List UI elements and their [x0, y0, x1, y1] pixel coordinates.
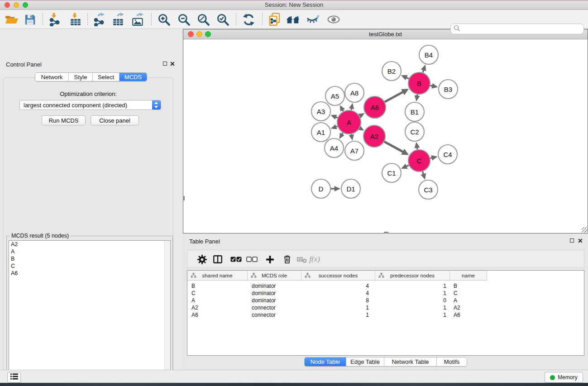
tab-node-table[interactable]: Node Table — [305, 357, 346, 366]
node-A2[interactable]: A2 — [363, 125, 385, 147]
node-A6[interactable]: A6 — [364, 96, 386, 118]
mcds-result-list[interactable]: A2ABCA6 — [9, 240, 171, 386]
dropdown-stepper-icon — [152, 100, 161, 110]
open-session-button[interactable] — [4, 12, 20, 27]
node-A7[interactable]: A7 — [345, 141, 364, 160]
table-row-B[interactable]: Bdominator41B — [187, 282, 487, 290]
home-button[interactable] — [285, 12, 301, 27]
tab-motifs[interactable]: Motifs — [437, 357, 467, 366]
mcds-result-item[interactable]: C — [9, 262, 170, 270]
mcds-result-item[interactable]: A — [9, 248, 170, 255]
selected-criterion: largest connected component (directed) — [20, 102, 152, 109]
checkbox-checked-pair-button[interactable] — [229, 253, 243, 266]
export-image-button[interactable] — [130, 12, 146, 27]
tab-edge-table[interactable]: Edge Table — [346, 357, 384, 366]
cell-MCDS-role: dominator — [248, 290, 301, 297]
gear-button[interactable] — [195, 253, 209, 266]
duplicate-network-button[interactable] — [267, 12, 283, 27]
tab-style[interactable]: Style — [69, 73, 93, 81]
resize-handle-left[interactable] — [183, 196, 185, 200]
table-row-A6[interactable]: A6connector11A6 — [187, 311, 487, 319]
add-column-button[interactable] — [263, 253, 277, 266]
node-B4[interactable]: B4 — [419, 45, 438, 64]
export-table-button[interactable] — [110, 12, 127, 27]
refresh-layout-button[interactable] — [240, 12, 257, 27]
close-table-panel-icon[interactable]: ✕ — [578, 238, 583, 243]
tab-select[interactable]: Select — [93, 73, 120, 81]
svg-text:D1: D1 — [346, 185, 355, 193]
node-A5[interactable]: A5 — [325, 86, 344, 105]
zoom-out-button[interactable] — [176, 12, 192, 27]
mcds-result-item[interactable]: A2 — [9, 241, 170, 248]
zoom-in-button[interactable] — [156, 12, 172, 27]
checkbox-unchecked-pair-button[interactable] — [245, 253, 258, 266]
edge-arrow-B-B3 — [431, 83, 438, 89]
node-C[interactable]: C — [408, 150, 430, 172]
cell-successor-nodes: 1 — [301, 311, 375, 319]
svg-text:B: B — [417, 80, 421, 87]
node-C2[interactable]: C2 — [405, 122, 424, 141]
cell-shared-name: C — [187, 290, 248, 297]
node-D1[interactable]: D1 — [341, 179, 360, 198]
fx-button: f(x) — [308, 253, 321, 266]
node-A[interactable]: A — [337, 110, 361, 134]
delete-trash-button[interactable] — [280, 253, 294, 266]
desktop-background — [0, 383, 588, 386]
column-header-successor-nodes[interactable]: successor nodes — [301, 271, 375, 280]
node-C3[interactable]: C3 — [419, 180, 438, 199]
close-panel-icon[interactable]: ✕ — [170, 61, 175, 67]
resize-grip[interactable] — [582, 227, 587, 233]
node-B3[interactable]: B3 — [439, 80, 458, 99]
mcds-result-item[interactable]: A6 — [9, 270, 170, 277]
save-session-button[interactable] — [22, 12, 38, 27]
split-columns-button[interactable] — [211, 253, 225, 266]
column-header-shared-name[interactable]: shared name — [187, 271, 248, 280]
column-header-MCDS-role[interactable]: MCDS role — [248, 271, 301, 280]
cell-successor-nodes: 8 — [301, 297, 375, 304]
search-box[interactable] — [450, 24, 584, 34]
float-table-panel-icon[interactable] — [570, 238, 574, 243]
optimization-criterion-select[interactable]: largest connected component (directed) — [19, 100, 161, 110]
cell-name: B — [450, 282, 487, 290]
close-panel-button[interactable]: Close panel — [91, 115, 139, 125]
node-B1[interactable]: B1 — [405, 102, 424, 121]
node-B2[interactable]: B2 — [382, 62, 401, 81]
show-eye-button[interactable] — [325, 12, 342, 27]
run-mcds-button[interactable]: Run MCDS — [42, 115, 86, 125]
mcds-result-item[interactable]: B — [9, 255, 170, 262]
import-network-button[interactable] — [47, 12, 63, 27]
node-C4[interactable]: C4 — [438, 145, 457, 164]
table-row-C[interactable]: Cdominator41C — [187, 290, 487, 297]
memory-button[interactable]: Memory — [545, 372, 583, 383]
column-header-name[interactable]: name — [450, 271, 487, 280]
search-input[interactable] — [460, 25, 583, 33]
tab-network-table[interactable]: Network Table — [384, 357, 437, 366]
import-table-button[interactable] — [67, 12, 84, 27]
export-network-button[interactable] — [91, 12, 107, 27]
hide-panels-button[interactable] — [305, 12, 321, 27]
table-row-A2[interactable]: A2connector11A2 — [187, 304, 487, 311]
node-A8[interactable]: A8 — [345, 83, 364, 102]
node-A1[interactable]: A1 — [311, 123, 330, 142]
network-canvas[interactable]: B4 B2 B B3 A5 A8 A6 B1 A3 A A1 A2 C2 A4 … — [183, 39, 588, 233]
node-A4[interactable]: A4 — [325, 138, 344, 157]
fx-label: f(x) — [309, 255, 320, 264]
column-header-predecessor-nodes[interactable]: predecessor nodes — [375, 271, 450, 280]
svg-text:C1: C1 — [387, 169, 396, 177]
task-history-button[interactable] — [7, 372, 21, 383]
tab-network[interactable]: Network — [35, 73, 69, 81]
float-panel-icon[interactable] — [163, 62, 167, 66]
zoom-fit-button[interactable] — [195, 12, 211, 27]
node-B[interactable]: B — [408, 72, 430, 94]
svg-text:C3: C3 — [424, 186, 432, 194]
table-row-A[interactable]: Adominator80A — [187, 297, 487, 304]
cell-shared-name: B — [187, 282, 248, 290]
node-D[interactable]: D — [311, 179, 330, 198]
node-A3[interactable]: A3 — [311, 102, 330, 121]
list-scrollbar[interactable] — [164, 241, 170, 386]
cell-predecessor-nodes: 1 — [375, 311, 450, 319]
zoom-selected-button[interactable] — [215, 12, 231, 27]
svg-text:C4: C4 — [443, 151, 452, 158]
node-C1[interactable]: C1 — [382, 163, 401, 182]
tab-mcds[interactable]: MCDS — [120, 73, 147, 81]
